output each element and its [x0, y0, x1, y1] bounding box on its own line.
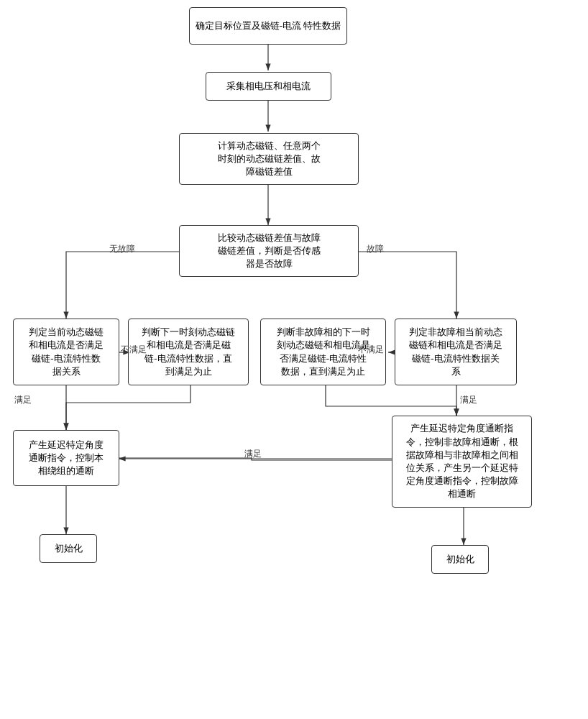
label-no-fault: 无故障	[109, 243, 135, 255]
box-judge-nonfault-current: 判定非故障相当前动态磁链和相电流是否满足磁链-电流特性数据关系	[395, 319, 517, 385]
label-not-satisfy-2: 不满足	[358, 344, 384, 356]
box-init-1: 初始化	[40, 534, 97, 563]
label-satisfy-3: 满足	[244, 448, 262, 460]
box-init-2: 初始化	[431, 545, 489, 574]
flowchart: 确定目标位置及磁链-电流 特性数据 采集相电压和相电流 计算动态磁链、任意两个时…	[0, 0, 588, 719]
box-collect-voltage-current: 采集相电压和相电流	[206, 72, 331, 101]
box-calculate-flux: 计算动态磁链、任意两个时刻的动态磁链差值、故障磁链差值	[179, 133, 359, 185]
box-judge-current-flux: 判定当前动态磁链和相电流是否满足磁链-电流特性数据关系	[13, 319, 119, 385]
box-determine-target: 确定目标位置及磁链-电流 特性数据	[189, 7, 347, 45]
label-not-satisfy-1: 不满足	[121, 344, 147, 356]
label-fault: 故障	[367, 243, 384, 255]
box-generate-fault-cmd: 产生延迟特定角度通断指令，控制非故障相通断，根据故障相与非故障相之间相位关系，产…	[392, 416, 532, 508]
label-satisfy-2: 满足	[460, 394, 477, 406]
box-compare-flux: 比较动态磁链差值与故障磁链差值，判断是否传感器是否故障	[179, 225, 359, 277]
label-satisfy-1: 满足	[14, 394, 32, 406]
box-generate-delay-cmd: 产生延迟特定角度通断指令，控制本相绕组的通断	[13, 430, 119, 486]
